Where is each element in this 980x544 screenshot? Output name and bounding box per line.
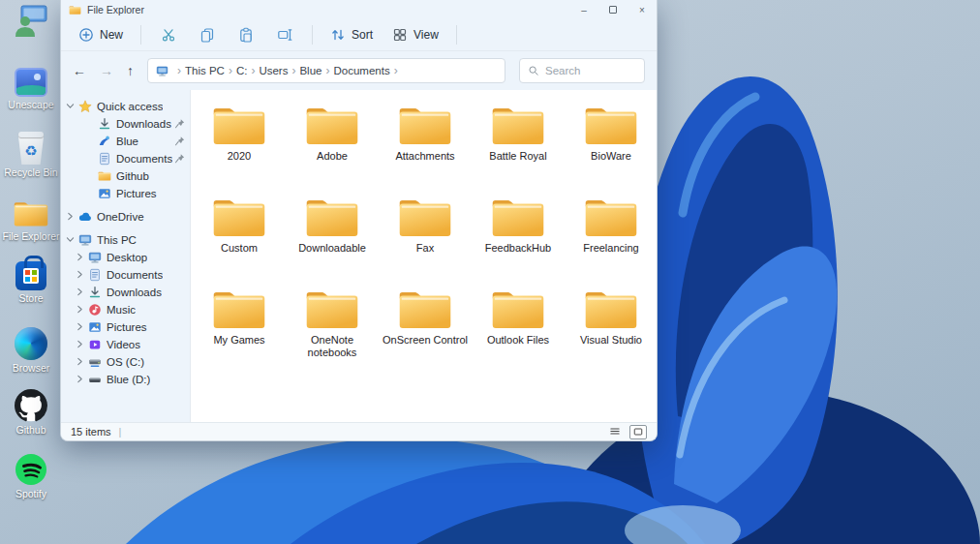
desktop-icon-unescape[interactable]: Unescape	[0, 68, 62, 111]
music-icon	[88, 303, 102, 317]
folder-tile-outlook-files[interactable]: Outlook Files	[472, 286, 565, 378]
chevron-right-icon[interactable]	[75, 269, 86, 281]
forward-button[interactable]: →	[100, 63, 113, 78]
sidebar-item-blue[interactable]: Blue	[61, 133, 190, 150]
folder-tile-attachments[interactable]: Attachments	[379, 102, 472, 194]
sidebar-item-documents[interactable]: Documents	[61, 266, 190, 284]
folder-icon	[583, 104, 639, 148]
breadcrumb-item-blue[interactable]: Blue	[299, 65, 322, 76]
copy-button[interactable]	[190, 23, 225, 46]
folder-tile-freelancing[interactable]: Freelancing	[565, 194, 657, 286]
sidebar-item-downloads[interactable]: Downloads	[61, 115, 190, 133]
chevron-right-icon[interactable]	[75, 356, 86, 368]
desktop-icon-github[interactable]: Github	[0, 389, 62, 437]
rename-button[interactable]	[267, 23, 302, 46]
chevron-right-icon[interactable]	[65, 211, 77, 223]
sidebar-item-quick-access[interactable]: Quick access	[61, 98, 190, 115]
folder-name: 2020	[228, 150, 251, 163]
sidebar-item-label: Downloads	[116, 118, 171, 130]
location-monitor-icon	[156, 65, 168, 77]
breadcrumb-item-this-pc[interactable]: This PC	[185, 65, 225, 76]
address-bar[interactable]: ›This PC›C:›Users›Blue›Documents›	[147, 58, 505, 83]
desktop-icon-recycle-bin[interactable]: ♻ Recycle Bin	[0, 132, 62, 179]
sort-button[interactable]: Sort	[322, 23, 381, 46]
minimize-button[interactable]: –	[569, 0, 598, 19]
folder-grid: 2020AdobeAttachmentsBattle RoyalBioWareC…	[191, 90, 657, 378]
up-button[interactable]: ↑	[127, 63, 134, 78]
folder-icon	[397, 196, 453, 240]
large-icons-view-icon	[632, 426, 644, 438]
desktop-icon-label: Recycle Bin	[4, 167, 57, 179]
folder-tile-onscreen-control[interactable]: OnScreen Control	[379, 286, 472, 378]
desktop-icon-store[interactable]: Store	[0, 261, 62, 305]
folder-tile-battle-royal[interactable]: Battle Royal	[472, 102, 565, 194]
folder-tile-adobe[interactable]: Adobe	[286, 102, 379, 194]
sidebar-item-pictures[interactable]: Pictures	[61, 318, 190, 336]
document-icon	[88, 268, 102, 282]
folder-tile-custom[interactable]: Custom	[193, 194, 286, 286]
folder-name: Attachments	[395, 150, 454, 163]
folder-tile-fax[interactable]: Fax	[379, 194, 472, 286]
toolbar: New	[61, 19, 657, 51]
userfolder-icon	[98, 135, 111, 148]
desktop-icon-browser[interactable]: Browser	[0, 327, 62, 375]
content-pane: 2020AdobeAttachmentsBattle RoyalBioWareC…	[190, 90, 657, 422]
sidebar-item-onedrive[interactable]: OneDrive	[61, 208, 190, 226]
folder-icon	[304, 196, 360, 240]
large-icons-view-button[interactable]	[629, 425, 647, 439]
sidebar-item-os-c[interactable]: OS (C:)	[61, 353, 190, 371]
sidebar-item-blue-d[interactable]: Blue (D:)	[61, 371, 190, 388]
paste-button[interactable]	[229, 23, 263, 46]
picture-icon	[88, 320, 102, 334]
desktop-icon-file-explorer[interactable]: File Explorer	[0, 199, 62, 243]
plus-circle-icon	[78, 27, 94, 43]
desktop-icon-label: Store	[18, 293, 43, 305]
breadcrumb-item-c[interactable]: C:	[236, 65, 248, 76]
rename-icon	[277, 27, 292, 43]
sidebar-item-label: Documents	[107, 269, 163, 281]
sidebar-item-documents[interactable]: Documents	[61, 150, 190, 167]
chevron-right-icon[interactable]	[75, 287, 86, 298]
titlebar[interactable]: File Explorer – ×	[61, 0, 657, 19]
close-button[interactable]: ×	[628, 0, 657, 19]
breadcrumb-separator: ›	[177, 64, 181, 77]
sidebar-item-downloads[interactable]: Downloads	[61, 284, 190, 301]
folder-tile-my-games[interactable]: My Games	[193, 286, 286, 378]
folder-tile-2020[interactable]: 2020	[193, 102, 286, 194]
folder-tile-downloadable[interactable]: Downloadable	[286, 194, 379, 286]
folder-tile-onenote-notebooks[interactable]: OneNote notebooks	[286, 286, 379, 378]
sidebar-item-videos[interactable]: Videos	[61, 336, 190, 353]
sidebar-item-this-pc[interactable]: This PC	[61, 231, 190, 249]
desktop-icon-user-pc[interactable]	[0, 4, 62, 39]
breadcrumb-item-users[interactable]: Users	[259, 65, 288, 76]
chevron-right-icon[interactable]	[75, 304, 86, 316]
search-input[interactable]	[545, 65, 636, 76]
chevron-right-icon[interactable]	[75, 374, 86, 385]
sidebar-item-pictures[interactable]: Pictures	[61, 185, 190, 202]
chevron-down-icon[interactable]	[65, 101, 77, 112]
cut-button[interactable]	[151, 23, 186, 46]
chevron-right-icon[interactable]	[75, 321, 86, 333]
sidebar-item-music[interactable]: Music	[61, 301, 190, 318]
new-button[interactable]: New	[71, 23, 131, 46]
view-button[interactable]: View	[384, 23, 446, 46]
back-button[interactable]: ←	[73, 63, 86, 78]
breadcrumb-item-documents[interactable]: Documents	[333, 65, 389, 76]
spotify-icon	[15, 453, 47, 486]
folder-tile-bioware[interactable]: BioWare	[565, 102, 657, 194]
maximize-button[interactable]	[598, 0, 628, 19]
search-box[interactable]	[519, 58, 645, 83]
folder-tile-visual-studio[interactable]: Visual Studio	[565, 286, 657, 378]
sidebar-item-desktop[interactable]: Desktop	[61, 249, 190, 266]
sidebar-item-github[interactable]: Github	[61, 167, 190, 185]
details-view-button[interactable]	[606, 425, 624, 439]
monitor-icon	[78, 233, 92, 247]
chevron-right-icon[interactable]	[75, 252, 86, 263]
desktop-icon-spotify[interactable]: Spotify	[0, 453, 62, 500]
folder-icon	[490, 287, 546, 332]
folder-tile-feedbackhub[interactable]: FeedbackHub	[472, 194, 565, 286]
breadcrumb-separator: ›	[291, 64, 295, 77]
chevron-right-icon[interactable]	[75, 339, 86, 350]
chevron-down-icon[interactable]	[65, 234, 77, 246]
breadcrumb-separator: ›	[325, 64, 329, 77]
